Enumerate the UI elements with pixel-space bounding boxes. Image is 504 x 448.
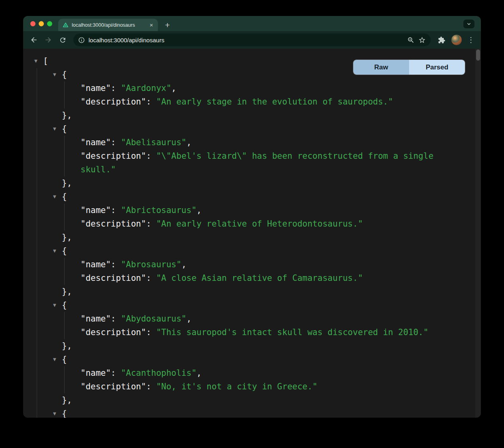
json-colon: : [111, 205, 121, 215]
json-entry: ▼{"name": "Abydosaurus","description": "… [53, 298, 458, 353]
close-brace: }, [62, 339, 72, 353]
bookmark-star-icon[interactable] [418, 36, 426, 44]
open-brace: { [62, 190, 67, 203]
json-string-value: "Abrictosaurus" [121, 205, 197, 215]
json-colon: : [146, 97, 156, 107]
json-property-description: "description": "An early stage in the ev… [81, 95, 458, 109]
address-bar[interactable]: localhost:3000/api/dinosaurs [73, 34, 431, 46]
json-object-open: ▼{ [53, 407, 458, 418]
back-button[interactable] [27, 33, 41, 47]
collapse-toggle-icon[interactable]: ▼ [53, 122, 62, 136]
json-key: "description" [81, 151, 146, 161]
open-brace: { [62, 353, 67, 366]
json-entry-properties: "name": "Aardonyx","description": "An ea… [64, 81, 458, 109]
json-entry: ▼{"name": "Abelisaurus","description": "… [53, 122, 458, 190]
tab-close-icon[interactable]: × [148, 21, 155, 29]
json-key: "name" [81, 83, 111, 93]
collapse-toggle-icon[interactable]: ▼ [53, 353, 62, 366]
json-key: "name" [81, 368, 111, 378]
json-string-value: "An early relative of Heterodontosaurus.… [156, 219, 363, 229]
json-entries: ▼{"name": "Aardonyx","description": "An … [37, 68, 458, 418]
json-colon: : [111, 260, 121, 269]
json-colon: : [111, 314, 121, 324]
json-property-description: "description": "An early relative of Het… [81, 217, 458, 231]
browser-tab[interactable]: localhost:3000/api/dinosaurs × [58, 19, 158, 31]
collapse-toggle-icon[interactable]: ▼ [53, 244, 62, 258]
json-colon: : [146, 328, 156, 337]
raw-parsed-toggle: Raw Parsed [353, 60, 465, 75]
open-brace: { [62, 122, 67, 136]
forward-arrow-icon [44, 36, 52, 44]
collapse-toggle-icon[interactable]: ▼ [53, 407, 62, 418]
json-object-close: }, [53, 285, 458, 298]
scrollbar-thumb[interactable] [476, 49, 480, 61]
extensions-puzzle-icon [438, 36, 445, 44]
open-brace: { [62, 298, 67, 312]
chevron-down-icon [466, 21, 472, 27]
root-bracket: [ [43, 54, 48, 68]
json-entry-properties: "name": "Abrictosaurus","description": "… [64, 203, 458, 231]
zoom-icon[interactable] [407, 36, 415, 44]
url-text[interactable]: localhost:3000/api/dinosaurs [89, 37, 404, 43]
json-property-name: "name": "Aardonyx", [81, 81, 458, 95]
collapse-toggle-icon[interactable]: ▼ [53, 190, 62, 203]
json-property-name: "name": "Acanthopholis", [81, 366, 458, 380]
json-entry: ▼{"name": "Acanthopholis","description":… [53, 353, 458, 407]
close-brace: }, [62, 176, 72, 190]
site-info-icon[interactable] [78, 37, 85, 43]
close-brace: }, [62, 285, 72, 298]
close-window-button[interactable] [30, 21, 35, 26]
json-property-description: "description": "This sauropod's intact s… [81, 326, 458, 339]
json-colon: : [146, 151, 156, 161]
json-key: "name" [81, 260, 111, 269]
open-brace: { [62, 407, 67, 418]
collapse-toggle-icon[interactable]: ▼ [34, 54, 43, 68]
json-string-value: "Abydosaurus" [121, 314, 186, 324]
json-object-close: }, [53, 339, 458, 353]
json-colon: : [111, 138, 121, 147]
json-object-close: }, [53, 176, 458, 190]
json-key: "description" [81, 97, 146, 107]
tab-search-button[interactable] [463, 20, 474, 28]
forward-button[interactable] [41, 33, 55, 47]
json-string-value: "Abrosaurus" [121, 260, 181, 269]
browser-menu-button[interactable]: ⋮ [465, 36, 477, 44]
json-entry-properties: "name": "Abydosaurus","description": "Th… [64, 312, 458, 339]
json-key: "name" [81, 138, 111, 147]
open-brace: { [62, 68, 67, 81]
json-object-close: }, [53, 231, 458, 244]
json-object-open: ▼{ [53, 190, 458, 203]
parsed-button[interactable]: Parsed [409, 60, 465, 75]
json-object-close: }, [53, 109, 458, 122]
navigation-toolbar: localhost:3000/api/dinosaurs ⋮ [23, 31, 481, 49]
browser-window: localhost:3000/api/dinosaurs × + localho… [23, 16, 481, 418]
minimize-window-button[interactable] [39, 21, 44, 26]
json-string-value: "Aardonyx" [121, 83, 171, 93]
site-favicon-icon [62, 22, 69, 28]
json-comma: , [187, 314, 192, 324]
raw-button[interactable]: Raw [353, 60, 409, 75]
collapse-toggle-icon[interactable]: ▼ [53, 298, 62, 312]
json-string-value: "This sauropod's intact skull was discov… [156, 328, 429, 337]
collapse-toggle-icon[interactable]: ▼ [53, 68, 62, 81]
new-tab-button[interactable]: + [162, 19, 173, 30]
json-key: "description" [81, 328, 146, 337]
json-entry: ▼{"name": "Abrosaurus","description": "A… [53, 244, 458, 298]
reload-button[interactable] [56, 33, 69, 47]
json-object-open: ▼{ [53, 298, 458, 312]
json-comma: , [181, 260, 187, 269]
vertical-scrollbar[interactable] [475, 49, 481, 418]
json-comma: , [197, 368, 202, 378]
fullscreen-window-button[interactable] [47, 21, 52, 26]
json-property-description: "description": "\"Abel's lizard\" has be… [81, 149, 458, 176]
profile-avatar[interactable] [451, 35, 462, 45]
json-colon: : [111, 83, 121, 93]
screen: localhost:3000/api/dinosaurs × + localho… [0, 0, 504, 448]
json-comma: , [187, 138, 192, 147]
json-string-value: "Abelisaurus" [121, 138, 186, 147]
back-arrow-icon [30, 36, 38, 44]
json-entry-properties: "name": "Acanthopholis","description": "… [64, 366, 458, 393]
json-string-value: "A close Asian relative of Camarasaurus.… [156, 273, 363, 283]
json-property-description: "description": "No, it's not a city in G… [81, 380, 458, 393]
extensions-button[interactable] [435, 33, 448, 47]
